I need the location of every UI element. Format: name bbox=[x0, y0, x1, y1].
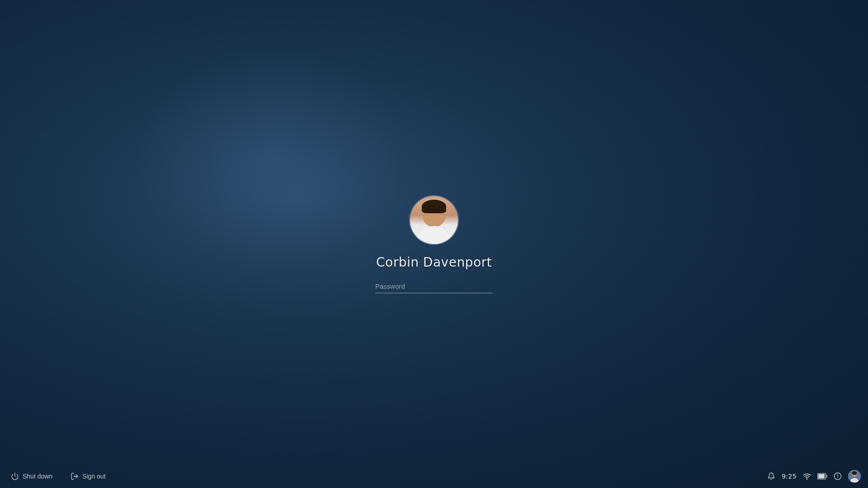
username-label: Corbin Davenport bbox=[376, 255, 492, 270]
bottom-right-status: 9:25 bbox=[767, 470, 861, 483]
wifi-icon[interactable] bbox=[803, 472, 811, 480]
avatar-image bbox=[410, 196, 458, 244]
signout-button[interactable]: Sign out bbox=[67, 469, 109, 483]
signout-label: Sign out bbox=[82, 473, 105, 480]
battery-icon[interactable] bbox=[817, 473, 827, 479]
svg-point-3 bbox=[807, 479, 807, 479]
power-icon bbox=[11, 472, 19, 480]
svg-point-12 bbox=[852, 471, 857, 475]
password-row bbox=[375, 280, 493, 293]
bottom-bar: Shut down Sign out 9:25 bbox=[0, 465, 868, 488]
clock-label: 9:25 bbox=[782, 473, 797, 480]
submit-button[interactable] bbox=[487, 284, 493, 288]
shutdown-label: Shut down bbox=[23, 473, 52, 480]
accessibility-icon[interactable] bbox=[834, 472, 842, 480]
bottom-left-actions: Shut down Sign out bbox=[7, 469, 109, 483]
svg-rect-5 bbox=[818, 474, 825, 479]
avatar bbox=[409, 195, 459, 245]
password-input[interactable] bbox=[375, 280, 487, 293]
login-container: Corbin Davenport bbox=[375, 195, 493, 293]
notification-bell-icon[interactable] bbox=[767, 472, 775, 480]
signout-icon bbox=[71, 472, 79, 480]
shutdown-button[interactable]: Shut down bbox=[7, 469, 56, 483]
tray-avatar[interactable] bbox=[848, 470, 861, 483]
